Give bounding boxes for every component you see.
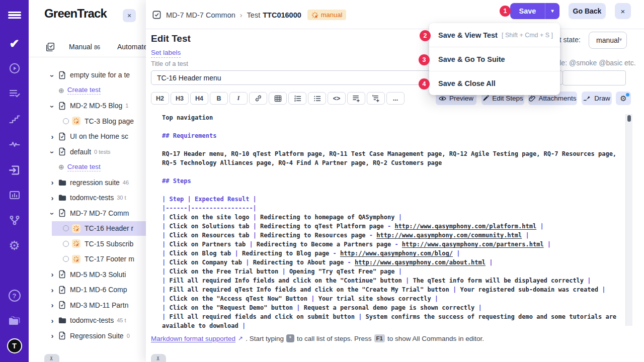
editor-line: |------|-----------------| <box>162 205 638 214</box>
bullet-list-button[interactable] <box>308 92 326 105</box>
editor-line: ## Requirements <box>162 132 638 141</box>
settings-icon[interactable]: ⚙ <box>0 238 29 252</box>
tree-suite-item[interactable]: ›UI on the Home sc <box>29 129 146 144</box>
tree-suite-item[interactable]: ›MD-3 MD-11 Partn <box>29 298 146 313</box>
annotation-marker-1: 1 <box>500 6 511 17</box>
markdown-help-link[interactable]: Markdown format supported <box>151 335 235 342</box>
menu-icon[interactable] <box>0 8 29 22</box>
folder-icon <box>58 178 66 187</box>
editor-footer-hint: Markdown format supported ↗ . Start typi… <box>151 334 484 342</box>
chevron-icon[interactable]: › <box>49 331 55 340</box>
app-logo: T <box>0 339 29 353</box>
bold-button[interactable]: B <box>210 92 228 105</box>
annotation-marker-2: 2 <box>420 30 431 41</box>
h4-button[interactable]: H4 <box>190 92 208 105</box>
status-badge: manual <box>307 10 347 20</box>
tree-folder-item[interactable]: ›regression suite46 <box>29 175 146 191</box>
tab-automated[interactable]: Automated <box>117 43 146 51</box>
go-back-button[interactable]: Go Back <box>569 3 606 19</box>
chevron-icon[interactable]: › <box>49 301 55 309</box>
test-tree: ›empty suite for a te⊕Create test›MD-2 M… <box>29 67 146 343</box>
tree-test-item[interactable]: TC-17 Footer m <box>29 251 146 267</box>
code-button[interactable]: <> <box>328 92 346 105</box>
menu-item-save-go-to-suite[interactable]: Save & Go To Suite <box>429 47 560 71</box>
menu-item-save-close-all[interactable]: Save & Close All <box>429 71 560 95</box>
chevron-icon[interactable]: › <box>49 286 55 294</box>
menu-item-save-view-test[interactable]: Save & View Test[ Shift + Cmd + S ] <box>429 23 560 47</box>
editor-line: ## Steps <box>162 177 638 187</box>
h3-button[interactable]: H3 <box>171 92 189 105</box>
tree-folder-item[interactable]: ›todomvc-tests45 t <box>29 313 146 328</box>
editor-scrollbar[interactable] <box>625 114 632 326</box>
save-dropdown-caret[interactable]: ▾ <box>545 3 559 19</box>
set-labels-link[interactable]: Set labels <box>151 49 181 58</box>
create-test-link[interactable]: ⊕Create test <box>29 159 146 175</box>
test-lists-icon[interactable] <box>0 86 29 101</box>
chevron-icon[interactable]: › <box>48 149 57 155</box>
editor-line: | Click on Blog tab | Redirecting to Blo… <box>162 250 638 259</box>
tree-suite-item[interactable]: ›default0 tests <box>29 144 146 160</box>
tests-check-icon[interactable]: ✔ <box>0 37 29 51</box>
chevron-icon[interactable]: › <box>48 211 57 217</box>
chevron-icon[interactable]: › <box>48 73 57 79</box>
table-button[interactable] <box>269 92 287 105</box>
chevron-icon[interactable]: › <box>49 178 55 187</box>
sign-in-icon[interactable] <box>0 163 29 177</box>
chevron-icon[interactable]: › <box>49 194 55 202</box>
tree-suite-item[interactable]: ›MD-2 MD-5 Blog1 <box>29 98 146 114</box>
add-bullet-list-button[interactable] <box>347 92 365 105</box>
reports-icon[interactable] <box>0 188 29 202</box>
f1-key: F1 <box>374 334 385 342</box>
branches-icon[interactable] <box>0 213 29 227</box>
editor-line: | Click on Resources tab | Redirecting t… <box>162 232 638 241</box>
tree-test-item[interactable]: TC-15 Subscrib <box>29 236 146 252</box>
projects-icon[interactable] <box>0 314 29 328</box>
folder-icon <box>58 193 66 202</box>
tab-manual[interactable]: Manual86 <box>69 43 100 51</box>
create-test-link[interactable]: ⊕Create test <box>29 83 146 99</box>
tree-resize-handle[interactable]: ✂ <box>44 354 59 362</box>
editor-settings-button[interactable]: ⚙ <box>616 92 631 105</box>
tree-suite-item[interactable]: ›MD-7 MD-7 Comm <box>29 206 146 221</box>
editor-resize-handle[interactable]: ✂ <box>151 354 166 362</box>
tree-suite-item[interactable]: ›Regression Suite0 <box>29 328 146 344</box>
breadcrumb-suite[interactable]: MD-7 MD-7 Common <box>166 11 235 19</box>
chevron-icon[interactable]: › <box>49 270 55 279</box>
test-state-select[interactable]: manual▼ <box>589 32 627 49</box>
more-button[interactable]: ... <box>386 92 405 105</box>
italic-button[interactable]: I <box>229 92 248 105</box>
title-field-label: Title of a test <box>151 60 188 67</box>
markdown-editor[interactable]: Top navigation## RequirementsRQ-17 Heade… <box>151 114 638 331</box>
h2-button[interactable]: H2 <box>151 92 169 105</box>
labels-input[interactable] <box>562 70 626 85</box>
test-status-circle-icon <box>63 256 69 262</box>
tree-tabs: Manual86 Automated <box>29 38 146 57</box>
save-button[interactable]: Save ▾ <box>510 3 559 19</box>
breadcrumb-test-label: Test <box>247 11 261 19</box>
manual-tests-icon <box>45 42 55 52</box>
help-icon[interactable]: ? <box>0 289 29 303</box>
tree-suite-item[interactable]: ›MD-1 MD-6 Comp <box>29 282 146 298</box>
tree-test-item[interactable]: TC-16 Header r <box>29 221 146 236</box>
tree-test-item[interactable]: TC-3 Blog page <box>29 114 146 129</box>
manual-spinner-icon <box>72 239 80 248</box>
chevron-icon[interactable]: › <box>49 132 55 141</box>
tree-suite-item[interactable]: ›empty suite for a te <box>29 67 146 83</box>
breadcrumb-test-id: TTC016000 <box>263 11 301 19</box>
link-button[interactable] <box>249 92 267 105</box>
ordered-list-button[interactable] <box>288 92 306 105</box>
close-editor-button[interactable]: × <box>615 3 631 19</box>
test-runs-icon[interactable] <box>0 61 29 75</box>
editor-line: RQ-5 Technology Alliances page, RQ-4 Fin… <box>162 159 638 168</box>
chevron-icon[interactable]: › <box>49 316 55 325</box>
collapse-panel-button[interactable]: × <box>123 9 136 22</box>
tree-folder-item[interactable]: ›todomvc-tests30 t <box>29 190 146 206</box>
draw-button[interactable]: Draw <box>582 92 612 105</box>
scrollbar-thumb[interactable] <box>627 115 631 122</box>
add-ordered-list-button[interactable] <box>367 92 385 105</box>
tree-suite-item[interactable]: ›MD-5 MD-3 Soluti <box>29 267 146 283</box>
steps-icon[interactable] <box>0 112 29 126</box>
activity-icon[interactable] <box>0 137 29 151</box>
chevron-icon[interactable]: › <box>48 104 57 110</box>
editor-line: | Fill all required qTest Info fields an… <box>162 286 638 295</box>
